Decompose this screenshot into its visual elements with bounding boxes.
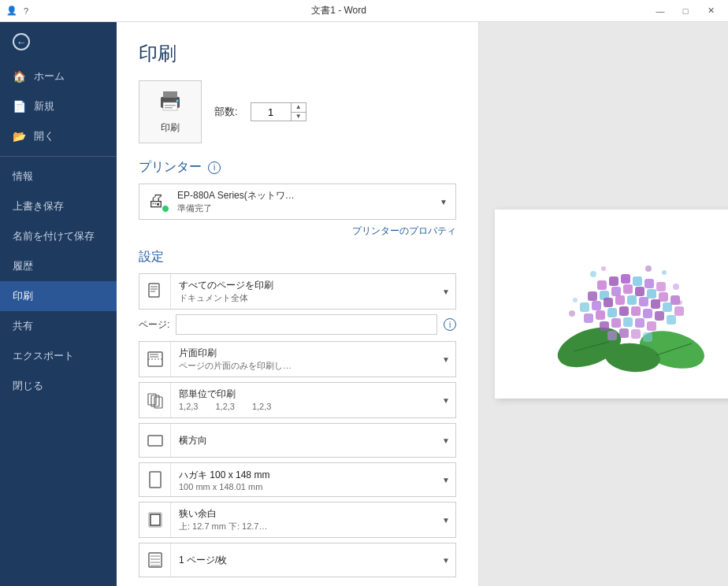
svg-rect-6 xyxy=(149,284,159,297)
svg-rect-47 xyxy=(604,298,613,307)
svg-rect-49 xyxy=(627,295,637,305)
printer-section-header: プリンター i xyxy=(139,159,456,176)
sidebar-label-history: 履歴 xyxy=(13,259,33,273)
svg-rect-65 xyxy=(635,318,644,328)
sidebar-item-close[interactable]: 閉じる xyxy=(0,371,117,401)
sidebar-label-open: 開く xyxy=(34,129,54,143)
app-body: ← 🏠 ホーム 📄 新規 📂 開く 情報 上書き保存 名前を付 xyxy=(0,22,728,586)
setting-duplex-main: 片面印刷 xyxy=(179,347,429,360)
copies-arrows: ▲ ▼ xyxy=(291,102,306,121)
back-icon: ← xyxy=(13,33,30,50)
svg-rect-42 xyxy=(647,289,656,299)
setting-pages[interactable]: すべてのページを印刷 ドキュメント全体 ▼ xyxy=(139,273,456,310)
svg-rect-36 xyxy=(656,282,666,291)
sidebar-item-print[interactable]: 印刷 xyxy=(0,281,117,311)
setting-collate-text: 部単位で印刷 1,2,3 1,2,3 1,2,3 xyxy=(171,383,436,417)
setting-paper[interactable]: ハガキ 100 x 148 mm 100 mm x 148.01 mm ▼ xyxy=(139,462,456,497)
copies-input[interactable] xyxy=(251,103,291,121)
printer-info-icon[interactable]: i xyxy=(208,161,221,174)
svg-rect-4 xyxy=(165,107,173,109)
new-icon: 📄 xyxy=(13,100,26,113)
sidebar-label-info: 情報 xyxy=(13,169,33,184)
svg-rect-59 xyxy=(643,309,652,318)
user-icon[interactable]: 👤 xyxy=(6,6,17,16)
sidebar-back-button[interactable]: ← xyxy=(0,22,117,61)
copies-up-arrow[interactable]: ▲ xyxy=(292,102,306,112)
sidebar-item-new[interactable]: 📄 新規 xyxy=(0,91,117,121)
sidebar-label-share: 共有 xyxy=(13,319,33,333)
svg-point-72 xyxy=(601,266,606,271)
sidebar-item-export[interactable]: エクスポート xyxy=(0,341,117,371)
page-info-icon[interactable]: i xyxy=(444,318,456,331)
svg-rect-58 xyxy=(631,306,641,316)
setting-paper-text: ハガキ 100 x 148 mm 100 mm x 148.01 mm xyxy=(171,464,436,496)
printer-properties-link[interactable]: プリンターのプロパティ xyxy=(139,224,456,238)
setting-orientation-text: 横方向 xyxy=(171,429,436,452)
setting-pages-sub: ドキュメント全体 xyxy=(179,292,429,304)
svg-rect-32 xyxy=(609,276,618,286)
copies-down-arrow[interactable]: ▼ xyxy=(292,112,306,122)
sidebar-item-open[interactable]: 📂 開く xyxy=(0,121,117,151)
setting-duplex[interactable]: 片面印刷 ページの片面のみを印刷し… ▼ xyxy=(139,341,456,377)
printer-status: 準備完了 xyxy=(177,202,432,214)
titlebar: 👤 ? 文書1 - Word — □ ✕ xyxy=(0,0,728,22)
setting-paper-arrow: ▼ xyxy=(436,476,455,484)
paper-icon xyxy=(139,463,171,496)
svg-rect-35 xyxy=(644,279,654,288)
orientation-icon xyxy=(139,424,171,457)
minimize-button[interactable]: — xyxy=(649,3,671,19)
svg-rect-43 xyxy=(659,292,668,302)
setting-pagespersheet[interactable]: 1 ページ/枚 ▼ xyxy=(139,543,456,577)
svg-rect-40 xyxy=(623,284,633,294)
svg-rect-67 xyxy=(607,331,617,340)
sidebar-item-home[interactable]: 🏠 ホーム xyxy=(0,61,117,91)
svg-rect-21 xyxy=(149,553,162,567)
setting-collate[interactable]: 部単位で印刷 1,2,3 1,2,3 1,2,3 ▼ xyxy=(139,382,456,418)
content-area: 印刷 印刷 部数: xyxy=(117,22,728,586)
svg-rect-57 xyxy=(619,306,629,316)
printer-icon-wrap: 🖨 xyxy=(147,191,169,213)
hydrangea-illustration xyxy=(511,225,728,383)
svg-rect-2 xyxy=(163,102,177,110)
page-input[interactable] xyxy=(176,314,437,335)
svg-rect-17 xyxy=(148,436,162,446)
svg-rect-62 xyxy=(600,321,609,331)
collate-icon xyxy=(139,383,171,417)
settings-section-header: 設定 xyxy=(139,249,456,265)
setting-margins-text: 狭い余白 上: 12.7 mm 下: 12.7… xyxy=(171,503,436,537)
sidebar-item-history[interactable]: 履歴 xyxy=(0,251,117,281)
svg-rect-1 xyxy=(163,91,177,98)
svg-point-76 xyxy=(678,300,682,305)
setting-margins[interactable]: 狭い余白 上: 12.7 mm 下: 12.7… ▼ xyxy=(139,502,456,538)
sidebar-item-info[interactable]: 情報 xyxy=(0,161,117,191)
svg-rect-39 xyxy=(611,287,621,296)
setting-orientation-arrow: ▼ xyxy=(436,436,455,445)
settings-section-title: 設定 xyxy=(139,249,164,265)
setting-margins-main: 狭い余白 xyxy=(179,507,429,521)
setting-orientation-main: 横方向 xyxy=(179,434,429,447)
setting-orientation[interactable]: 横方向 ▼ xyxy=(139,423,456,458)
sidebar-item-saveas[interactable]: 名前を付けて保存 xyxy=(0,221,117,251)
titlebar-title: 文書1 - Word xyxy=(28,4,649,17)
svg-rect-60 xyxy=(655,311,664,321)
sidebar-divider-1 xyxy=(0,156,117,157)
preview-area xyxy=(479,22,728,586)
sidebar-label-saveas: 名前を付けて保存 xyxy=(13,229,95,243)
setting-collate-main: 部単位で印刷 xyxy=(179,388,429,401)
svg-rect-20 xyxy=(150,514,160,525)
print-title: 印刷 xyxy=(139,41,456,66)
print-panel: 印刷 印刷 部数: xyxy=(117,22,479,586)
maximize-button[interactable]: □ xyxy=(674,3,696,19)
svg-rect-34 xyxy=(633,276,642,286)
sidebar-item-share[interactable]: 共有 xyxy=(0,311,117,341)
print-button[interactable]: 印刷 xyxy=(139,80,202,143)
close-button[interactable]: ✕ xyxy=(700,3,722,19)
printer-selector[interactable]: 🖨 EP-880A Series(ネットワ… 準備完了 ▼ xyxy=(139,184,456,220)
sidebar-item-overwrite[interactable]: 上書き保存 xyxy=(0,191,117,221)
sidebar-label-new: 新規 xyxy=(34,99,54,113)
titlebar-left-icons: 👤 ? xyxy=(6,6,28,16)
sidebar-label-overwrite: 上書き保存 xyxy=(13,199,64,213)
print-btn-label: 印刷 xyxy=(161,121,180,135)
setting-pages-arrow: ▼ xyxy=(436,287,455,296)
svg-point-74 xyxy=(662,270,667,275)
